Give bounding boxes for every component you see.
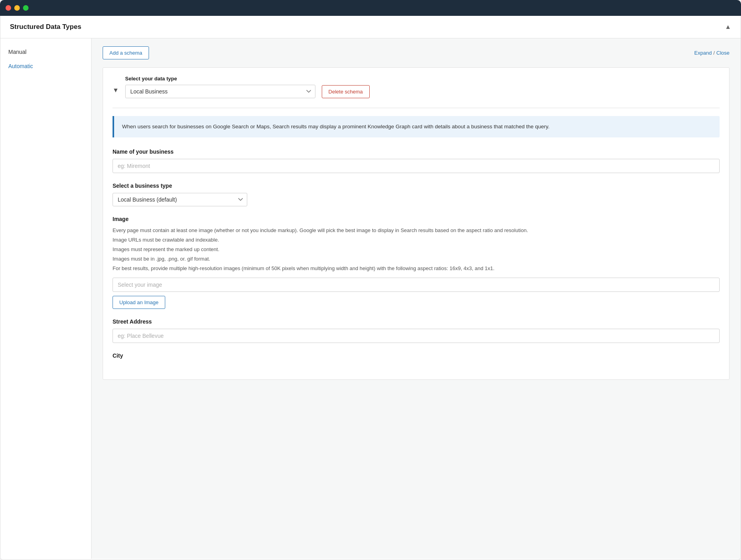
business-type-section: Select a business type Local Business (d… (113, 183, 720, 206)
image-input[interactable] (113, 278, 720, 292)
add-schema-button[interactable]: Add a schema (103, 46, 149, 59)
close-link[interactable]: Close (716, 50, 730, 56)
content-area: Add a schema Expand / Close ▼ Select you… (92, 38, 741, 559)
business-name-input[interactable] (113, 159, 720, 173)
street-address-section: Street Address (113, 318, 720, 343)
app-container: Structured Data Types ▲ Manual Automatic… (0, 16, 741, 560)
toolbar-row: Add a schema Expand / Close (103, 46, 730, 59)
main-layout: Manual Automatic Add a schema Expand / C… (0, 38, 741, 559)
expand-link[interactable]: Expand (694, 50, 712, 56)
page-header: Structured Data Types ▲ (0, 16, 741, 38)
upload-image-button[interactable]: Upload an Image (113, 296, 165, 309)
street-address-label: Street Address (113, 318, 720, 325)
data-type-group: Select your data type Local Business Art… (125, 76, 315, 98)
image-desc-3: Images must represent the marked up cont… (113, 245, 720, 254)
close-traffic-light[interactable] (6, 5, 11, 11)
sidebar: Manual Automatic (0, 38, 92, 559)
window-chrome (0, 0, 741, 16)
image-desc-4: Images must be in .jpg, .png, or. gif fo… (113, 255, 720, 263)
data-type-label: Select your data type (125, 76, 315, 82)
city-label: City (113, 352, 720, 359)
section-divider (113, 108, 720, 108)
image-desc-1: Every page must contain at least one ima… (113, 226, 720, 235)
page-title: Structured Data Types (10, 23, 81, 31)
link-separator: / (713, 50, 715, 56)
data-type-select[interactable]: Local Business Article Event FAQ How-to … (125, 85, 315, 98)
business-type-select[interactable]: Local Business (default) Restaurant Hote… (113, 193, 247, 206)
image-section: Image Every page must contain at least o… (113, 216, 720, 309)
image-description: Every page must contain at least one ima… (113, 226, 720, 273)
business-name-label: Name of your business (113, 149, 720, 155)
city-section: City (113, 352, 720, 359)
sidebar-item-automatic[interactable]: Automatic (0, 59, 91, 73)
collapse-arrow-icon[interactable]: ▲ (725, 23, 731, 30)
data-type-row: ▼ Select your data type Local Business A… (113, 76, 720, 98)
business-name-section: Name of your business (113, 149, 720, 173)
maximize-traffic-light[interactable] (23, 5, 29, 11)
chevron-toggle-icon[interactable]: ▼ (113, 87, 119, 94)
image-desc-2: Image URLs must be crawlable and indexab… (113, 236, 720, 244)
delete-schema-button[interactable]: Delete schema (322, 85, 370, 98)
schema-card: ▼ Select your data type Local Business A… (103, 67, 730, 380)
info-box: When users search for businesses on Goog… (113, 116, 720, 137)
image-label: Image (113, 216, 720, 222)
minimize-traffic-light[interactable] (14, 5, 20, 11)
business-type-label: Select a business type (113, 183, 720, 189)
info-text: When users search for businesses on Goog… (122, 122, 712, 131)
toolbar-links: Expand / Close (694, 50, 730, 56)
image-desc-5: For best results, provide multiple high-… (113, 264, 720, 273)
street-address-input[interactable] (113, 329, 720, 343)
sidebar-item-manual[interactable]: Manual (0, 45, 91, 59)
